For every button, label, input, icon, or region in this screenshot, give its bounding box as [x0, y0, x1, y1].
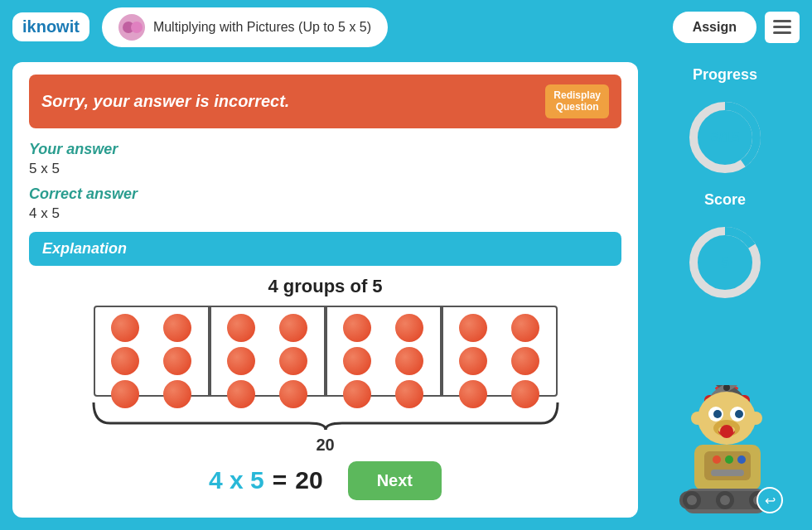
assign-button[interactable]: Assign — [673, 12, 756, 43]
equation-equals: = — [273, 466, 288, 494]
equation-row: 4 x 5 = 20 Next — [29, 461, 621, 500]
character-area: ↩ — [663, 385, 787, 518]
your-answer-value: 5 x 5 — [29, 161, 621, 177]
title-pill: Multiplying with Pictures (Up to 5 x 5) — [102, 7, 388, 47]
explanation-bar: Explanation — [29, 232, 621, 266]
title-icon — [118, 14, 145, 41]
dot — [459, 314, 487, 342]
brace-symbol — [29, 398, 621, 434]
brace-number: 20 — [29, 436, 621, 455]
page-title: Multiplying with Pictures (Up to 5 x 5) — [153, 20, 371, 35]
dot — [163, 314, 191, 342]
right-panel: Progress 6/15 Score 5 — [650, 62, 800, 518]
dot — [511, 347, 539, 375]
svg-point-24 — [737, 455, 746, 464]
content-area: Sorry, your answer is incorrect. Redispl… — [12, 62, 638, 518]
svg-point-1 — [131, 22, 143, 33]
menu-icon-line2 — [773, 26, 791, 28]
group-1 — [94, 306, 210, 397]
back-button[interactable]: ↩ — [756, 487, 783, 513]
groups-container — [29, 306, 621, 397]
svg-rect-25 — [711, 470, 744, 476]
menu-icon-line3 — [773, 31, 791, 34]
group-2 — [210, 306, 326, 397]
your-answer-label: Your answer — [29, 141, 621, 158]
dot — [279, 347, 307, 375]
score-value: 5 — [721, 254, 729, 272]
dot — [227, 347, 255, 375]
redisplay-button[interactable]: RedisplayQuestion — [545, 84, 609, 118]
equation-colored: 4 x 5 — [209, 466, 264, 494]
dot — [279, 314, 307, 342]
dot — [459, 347, 487, 375]
progress-circle: 6/15 — [688, 100, 762, 175]
header: iknowit Multiplying with Pictures (Up to… — [0, 0, 812, 54]
dot — [163, 347, 191, 375]
svg-point-23 — [725, 455, 733, 464]
explanation-label: Explanation — [42, 240, 127, 257]
dot — [227, 314, 255, 342]
logo: iknowit — [12, 12, 89, 41]
dot — [343, 347, 371, 375]
groups-title: 4 groups of 5 — [29, 276, 621, 297]
menu-button[interactable] — [765, 12, 800, 43]
group-4 — [442, 306, 558, 397]
dot — [111, 347, 139, 375]
dot — [395, 347, 423, 375]
incorrect-message: Sorry, your answer is incorrect. — [41, 92, 289, 111]
menu-icon-line1 — [773, 20, 791, 22]
next-button[interactable]: Next — [348, 461, 442, 500]
equation-result: 20 — [295, 466, 322, 494]
score-label: Score — [704, 191, 746, 209]
svg-point-35 — [749, 412, 762, 425]
svg-point-16 — [735, 410, 743, 418]
group-3 — [326, 306, 442, 397]
logo-text: iknowit — [22, 17, 80, 36]
svg-point-36 — [720, 425, 733, 438]
svg-point-34 — [691, 412, 704, 425]
correct-answer-label: Correct answer — [29, 186, 621, 203]
svg-point-22 — [713, 455, 721, 464]
score-circle: 5 — [688, 225, 762, 300]
svg-point-31 — [720, 495, 730, 505]
progress-value: 6/15 — [710, 129, 739, 147]
correct-answer-value: 4 x 5 — [29, 205, 621, 222]
svg-point-15 — [713, 410, 722, 418]
dot — [395, 314, 423, 342]
dot — [111, 314, 139, 342]
progress-label: Progress — [693, 66, 757, 84]
dot — [511, 314, 539, 342]
main-content: Sorry, your answer is incorrect. Redispl… — [0, 54, 812, 530]
header-right: Assign — [673, 12, 800, 43]
dot — [343, 314, 371, 342]
incorrect-banner: Sorry, your answer is incorrect. Redispl… — [29, 75, 621, 128]
svg-point-29 — [687, 495, 697, 505]
